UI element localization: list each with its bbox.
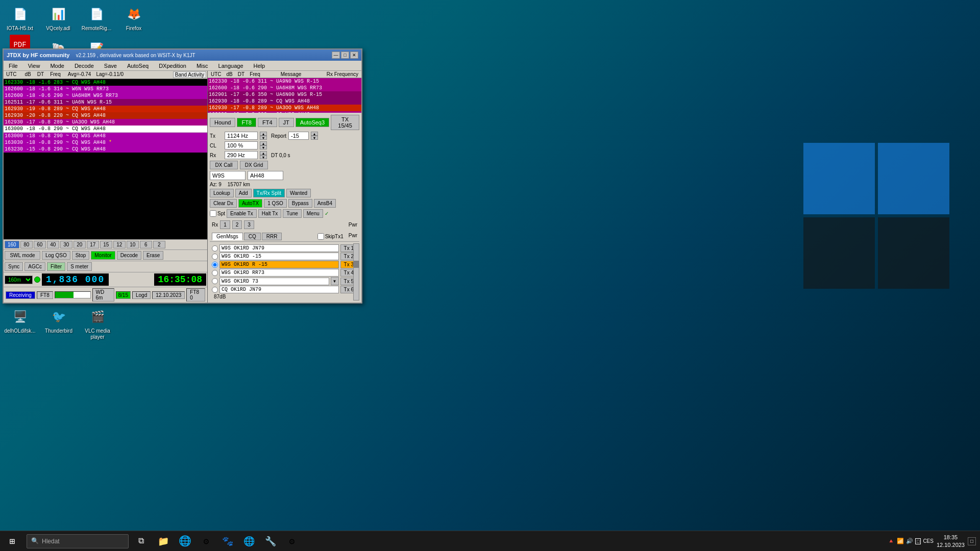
tx1545-button[interactable]: TX 15/45 [331, 115, 359, 130]
volume-slider[interactable] [353, 243, 359, 300]
rx-tab-2[interactable]: 2 [232, 220, 242, 229]
erase-button[interactable]: Erase [143, 251, 163, 260]
skip-tx1-check[interactable] [317, 233, 324, 240]
log-row[interactable]: 163230 -15 -0.8 290 ~ CQ W9S AH48 [4, 146, 207, 153]
desktop-icon-vlc[interactable]: 🎬 VLC media player [80, 305, 115, 342]
tx1-radio[interactable] [212, 245, 218, 252]
log-row[interactable]: 163000 -18 -0.8 290 ~ CQ W9S AH48 [4, 133, 207, 139]
autotx-button[interactable]: AutoTX [238, 199, 262, 208]
desktop-icon-vqcely[interactable]: 📊 VQcely.adl [41, 3, 76, 33]
stop-button[interactable]: Stop [72, 251, 90, 260]
rrr-tab[interactable]: RRR [262, 233, 282, 240]
ba-row[interactable]: 162930 -18 -0.8 289 ~ CQ W9S AH48 [208, 98, 361, 105]
halt-tx-button[interactable]: Halt Tx [258, 209, 282, 218]
rx-spin-down[interactable]: ▼ [260, 155, 267, 159]
report-spin-up[interactable]: ▲ [311, 132, 318, 136]
log-row[interactable]: 162930 -19 -0.8 289 ~ CQ W9S AH48 [4, 106, 207, 112]
tb-folder[interactable]: 📁 [153, 531, 174, 552]
tb-settings-extra[interactable]: ⚙ [196, 531, 216, 552]
band-160[interactable]: 160 [5, 241, 19, 248]
ba-row[interactable]: 162930 -17 -0.8 289 ~ UA3OO W9S AH48 [208, 105, 361, 111]
desktop-icon-firefox[interactable]: 🦊 Firefox [116, 3, 151, 33]
log-row[interactable]: 162600 -18 -1.6 314 ~ W6N W9S RR73 [4, 86, 207, 92]
band-10[interactable]: 10 [127, 241, 139, 248]
tb-edge[interactable]: 🌐 [175, 531, 195, 552]
gen-msgs-tab[interactable]: GenMsgs [212, 233, 243, 240]
ba-row[interactable]: 162330 -18 -0.6 311 ~ UA9N0 W9S R-15 [208, 78, 361, 85]
cl-spin-up[interactable]: ▲ [260, 141, 267, 145]
msg6-input[interactable] [219, 286, 339, 293]
desktop-icon-thunderbird[interactable]: 🐦 Thunderbird [41, 305, 76, 342]
band-60[interactable]: 60 [34, 241, 46, 248]
minimize-button[interactable]: — [332, 52, 340, 59]
autoseq3-button[interactable]: AutoSeq3 [296, 118, 329, 127]
tx4-radio[interactable] [212, 270, 218, 276]
add-button[interactable]: Add [235, 189, 252, 197]
tx5-radio[interactable] [212, 278, 218, 284]
menu-decode[interactable]: Decode [71, 62, 97, 69]
menu-misc[interactable]: Misc [193, 62, 211, 69]
tb-app2[interactable]: 🌐 [239, 531, 259, 552]
hound-button[interactable]: Hound [210, 118, 235, 127]
tb-settings[interactable]: ⚙ [282, 531, 302, 552]
close-button[interactable]: ✕ [350, 52, 358, 59]
bypass-button[interactable]: Bypass [288, 199, 312, 208]
filter-button[interactable]: Filter [47, 262, 65, 271]
menu-save[interactable]: Save [101, 62, 120, 69]
log-row[interactable]: 163000 -18 -0.8 290 ~ CQ W9S AH48 [4, 126, 207, 133]
menu-view[interactable]: View [25, 62, 43, 69]
band-activity-tab[interactable]: Band Activity [173, 71, 206, 78]
ba-row[interactable]: 162901 -17 -0.6 350 ~ UA6N00 W9S R-15 [208, 91, 361, 98]
cl-value-box[interactable]: 100 % [225, 141, 258, 149]
spt-check[interactable] [210, 210, 216, 217]
band-40[interactable]: 40 [47, 241, 59, 248]
enable-tx-button[interactable]: Enable Tx [227, 209, 257, 218]
rx-tab-3[interactable]: 3 [244, 220, 254, 229]
band-6[interactable]: 6 [140, 241, 152, 248]
ba-row[interactable]: 162600 -18 -0.6 290 ~ UA6H8M W9S RR73 [208, 85, 361, 91]
wanted-button[interactable]: Wanted [286, 189, 311, 197]
dx-call-input[interactable] [210, 171, 246, 180]
tb-app3[interactable]: 🔧 [260, 531, 281, 552]
ans-b4-button[interactable]: AnsB4 [314, 199, 336, 208]
sync-button[interactable]: Sync [5, 262, 23, 271]
ft4-button[interactable]: FT4 [258, 118, 277, 127]
msg5-input[interactable] [219, 278, 329, 285]
band-15[interactable]: 15 [100, 241, 112, 248]
band-30[interactable]: 30 [60, 241, 72, 248]
jt-button[interactable]: JT [279, 118, 294, 127]
cl-spin-down[interactable]: ▼ [260, 145, 267, 149]
menu-mode[interactable]: Mode [47, 62, 67, 69]
s-meter-button[interactable]: S meter [67, 262, 92, 271]
one-qso-button[interactable]: 1 QSO [264, 199, 287, 208]
msg2-input[interactable] [219, 253, 339, 260]
desktop-icon-delho[interactable]: 🖥️ delhOLdifsk... [3, 305, 37, 342]
slider-thumb[interactable] [354, 261, 359, 268]
spt-checkbox[interactable]: Spt [210, 210, 225, 217]
band-20[interactable]: 20 [74, 241, 86, 248]
band-12[interactable]: 12 [113, 241, 126, 248]
decode-button[interactable]: Decode [117, 251, 141, 260]
rx-freq-box[interactable]: 290 Hz [225, 151, 258, 159]
menu-button[interactable]: Menu [303, 209, 323, 218]
report-spin-down[interactable]: ▼ [311, 136, 318, 140]
task-view-button[interactable]: ⧉ [131, 531, 151, 552]
band-17[interactable]: 17 [87, 241, 99, 248]
msg1-input[interactable] [219, 244, 339, 252]
desktop-icon-iota[interactable]: 📄 IOTA-H5.txt [3, 3, 37, 33]
start-button[interactable]: ⊞ [0, 531, 24, 552]
tx3-radio[interactable] [212, 262, 218, 268]
menu-autoseq[interactable]: AutoSeq [124, 62, 152, 69]
log-row[interactable]: 162330 -18 -1.6 283 ~ CQ W9S AH48 [4, 79, 207, 86]
report-value[interactable]: -15 [288, 132, 309, 140]
ft8-button[interactable]: FT8 [237, 118, 256, 127]
log-row[interactable]: 162930 -17 -0.8 289 ~ UA3OO W9S AH48 [4, 119, 207, 126]
log-qso-button[interactable]: Log QSO [42, 251, 70, 260]
log-row[interactable]: 162600 -18 -0.6 290 ~ UA6H8M W9S RR73 [4, 92, 207, 99]
menu-help[interactable]: Help [251, 62, 268, 69]
log-row[interactable]: 162511 -17 -0.6 311 ~ UA6N W9S R-15 [4, 99, 207, 106]
search-bar[interactable]: 🔍 Hledat [27, 534, 129, 548]
dx-grid-input[interactable] [248, 171, 283, 180]
monitor-button[interactable]: Monitor [91, 251, 115, 260]
clear-dx-button[interactable]: Clear Dx [210, 199, 237, 208]
